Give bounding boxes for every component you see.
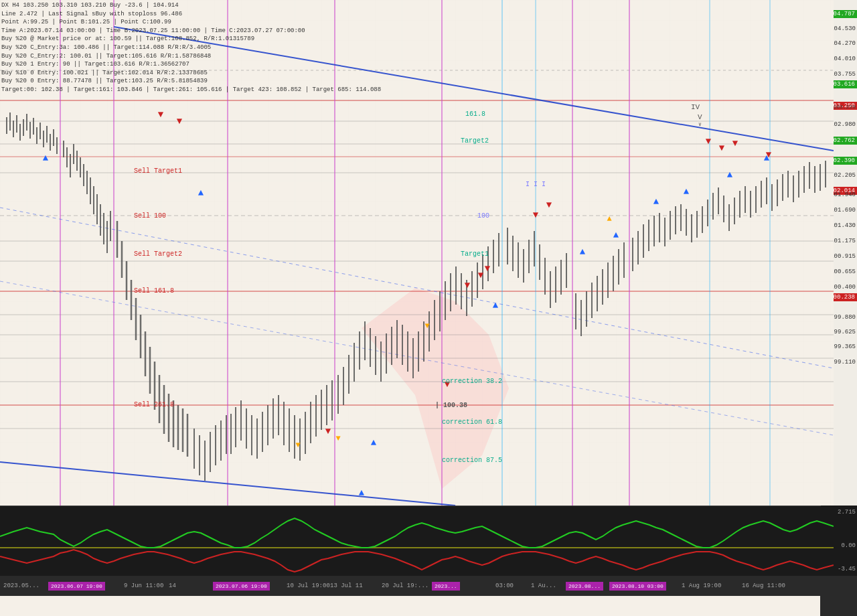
time-label-6: 10 Jul 19:00 bbox=[287, 583, 330, 589]
info-line-9: Buy %10 0 Entry: 100.021 || Target:102.0… bbox=[1, 69, 381, 78]
arrow-yellow-2: ▼ bbox=[335, 434, 341, 443]
arrow-yellow-3: ▼ bbox=[424, 321, 430, 331]
info-line-1: DX H4 103.250 103.310 103.210 Buy -23.6 … bbox=[1, 1, 381, 10]
info-line-11: Target:00: 102.38 | Target:161: 103.846 … bbox=[1, 86, 381, 94]
arrow-up-3: ▲ bbox=[371, 437, 377, 448]
info-line-2: Line 2.472 | Last Signal sBuy with stopl… bbox=[1, 10, 381, 19]
info-line-3: Point A:99.25 | Point B:101.25 | Point C… bbox=[1, 18, 381, 27]
info-line-4: Time A:2023.07.14 03:00:00 | Time B:2023… bbox=[1, 27, 381, 35]
time-label-14: 1 Aug 19:00 bbox=[682, 583, 721, 589]
price-10169: 101.690 bbox=[830, 207, 856, 214]
arrow-down-3: ▼ bbox=[325, 426, 331, 437]
time-axis: 2023.05... 2023.06.07 19:00 9 Jun 11:00 … bbox=[0, 576, 834, 596]
label-iii: I I I bbox=[526, 181, 546, 188]
arrow-down-13: ▼ bbox=[766, 149, 772, 160]
label-sell-100: Sell 100 bbox=[134, 212, 166, 220]
time-label-15: 16 Aug 11:00 bbox=[742, 583, 785, 589]
info-overlay: DX H4 103.250 103.310 103.210 Buy -23.6 … bbox=[1, 1, 381, 94]
time-label-5: 2023.07.06 19:00 bbox=[213, 582, 270, 591]
arrow-down-9: ▼ bbox=[546, 200, 552, 210]
arrow-up-6: ▲ bbox=[580, 246, 586, 257]
label-sell-target1: Sell Target1 bbox=[134, 167, 182, 175]
arrow-down-7: ▼ bbox=[485, 263, 491, 274]
price-9963: 99.625 bbox=[834, 329, 856, 335]
price-9911: 99.110 bbox=[834, 359, 856, 366]
time-label-7: 13 Jul 11 bbox=[330, 583, 363, 589]
arrow-yellow-4: ▲ bbox=[607, 214, 612, 224]
arrow-down-6: ▼ bbox=[478, 270, 484, 281]
label-sell-2618: Sell 261.8 bbox=[134, 401, 174, 408]
arrow-down-12: ▼ bbox=[732, 138, 738, 149]
label-100-38: | 100.38 bbox=[435, 402, 467, 409]
label-1618: 161.8 bbox=[465, 110, 485, 118]
arrow-yellow-1: ▼ bbox=[295, 441, 301, 450]
arrow-up-2: ▲ bbox=[198, 187, 204, 198]
price-10143: 101.430 bbox=[830, 222, 856, 229]
price-10427: 104.270 bbox=[830, 40, 856, 47]
oscillator-panel: Profit-Signal | Modified By FSB3 0.107 0… bbox=[0, 506, 834, 576]
time-label-11: 1 Au... bbox=[531, 583, 556, 589]
time-label-1: 2023.05... bbox=[3, 583, 40, 589]
arrow-up-10: ▲ bbox=[727, 169, 733, 180]
arrow-down-1: ▼ bbox=[158, 109, 164, 120]
arrow-up-8: ▲ bbox=[653, 196, 659, 207]
arrow-down-8: ▼ bbox=[533, 210, 539, 220]
bottom-right-corner bbox=[820, 576, 857, 616]
label-correction-875: correction 87.5 bbox=[442, 457, 502, 464]
time-label-12: 2023.08... bbox=[566, 582, 603, 591]
price-10092: 100.915 bbox=[830, 253, 856, 260]
arrow-down-2: ▼ bbox=[177, 116, 183, 127]
time-label-3: 9 Jun 11:00 bbox=[124, 583, 163, 589]
label-v: V bbox=[698, 113, 702, 121]
arrow-up-9: ▲ bbox=[684, 186, 690, 197]
oscillator-svg bbox=[0, 506, 834, 576]
main-chart: MAРKE T ZISTE DX H4 103.250 103.310 103.… bbox=[0, 0, 834, 506]
time-label-9: 2023... bbox=[432, 582, 460, 591]
arrow-up-4: ▲ bbox=[359, 487, 365, 498]
price-10194: 101.940 bbox=[830, 191, 856, 198]
label-target2: Target2 bbox=[461, 137, 489, 145]
svg-rect-198 bbox=[0, 506, 834, 576]
info-line-10: Buy %20 0 Entry: 88.77478 || Target:103.… bbox=[1, 77, 381, 86]
time-label-2: 2023.06.07 19:00 bbox=[48, 582, 105, 591]
price-10040: 100.400 bbox=[830, 284, 856, 291]
label-sell-1618: Sell 161.8 bbox=[134, 287, 174, 295]
label-target1: Target1 bbox=[461, 250, 489, 258]
price-9937: 99.365 bbox=[834, 343, 856, 350]
label-correction-618: correction 61.8 bbox=[442, 418, 502, 426]
osc-val-3: -3.45 bbox=[838, 566, 856, 572]
info-line-7: Buy %20 C_Entry:2: 100.01 || Target:105.… bbox=[1, 52, 381, 61]
arrow-down-10: ▼ bbox=[706, 136, 712, 147]
price-10118: 101.175 bbox=[830, 238, 856, 244]
label-correction-382: correction 38.2 bbox=[442, 378, 502, 385]
info-line-6: Buy %20 C_Entry:3a: 100.486 || Target:11… bbox=[1, 44, 381, 52]
arrow-up-5: ▲ bbox=[493, 300, 499, 311]
time-label-13: 2023.08.10 03:00 bbox=[609, 582, 666, 591]
label-iv: IV bbox=[691, 103, 700, 111]
price-10401: 104.010 bbox=[830, 56, 856, 62]
arrow-down-11: ▼ bbox=[719, 143, 725, 153]
label-100: 100 bbox=[477, 212, 489, 220]
time-label-8: 20 Jul 19:... bbox=[382, 583, 428, 589]
label-v-caret: ∨ bbox=[698, 121, 702, 127]
price-9988: 99.880 bbox=[834, 314, 856, 321]
arrow-down-5: ▼ bbox=[465, 280, 471, 291]
arrow-up-7: ▲ bbox=[613, 230, 619, 240]
price-10298: 102.980 bbox=[830, 121, 856, 128]
arrow-up-1: ▲ bbox=[43, 153, 49, 163]
time-label-10: 03:00 bbox=[495, 583, 514, 589]
osc-val-2: 0.00 bbox=[841, 542, 856, 549]
time-label-4: 14 bbox=[169, 583, 176, 589]
price-10453: 104.530 bbox=[830, 25, 856, 32]
price-10375: 103.755 bbox=[830, 71, 856, 78]
price-10221: 102.205 bbox=[830, 172, 856, 179]
label-sell-target2: Sell Target2 bbox=[134, 250, 182, 258]
chart-container: MAРKE T ZISTE DX H4 103.250 103.310 103.… bbox=[0, 0, 857, 616]
info-line-5: Buy %20 @ Market price or at: 100.59 || … bbox=[1, 35, 381, 44]
price-10066: 100.655 bbox=[830, 268, 856, 275]
osc-val-1: 2.715 bbox=[838, 509, 856, 516]
price-10322: 103.220 bbox=[833, 104, 856, 110]
info-line-8: Buy %20 1 Entry: 90 || Target:103.616 R/… bbox=[1, 60, 381, 69]
